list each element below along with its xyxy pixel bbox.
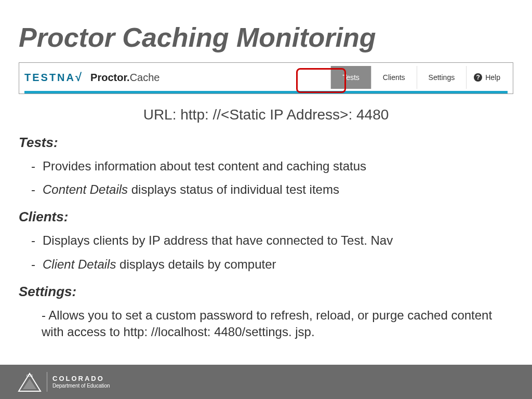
footer-bar: CDE COLORADO Department of Education bbox=[0, 365, 532, 399]
url-text: URL: http: //<Static IP Address>: 4480 bbox=[19, 107, 513, 123]
logo-sub-bold: Proctor. bbox=[90, 72, 130, 83]
cde-logo: CDE COLORADO Department of Education bbox=[18, 371, 110, 392]
clients-bullet-2-rest: displays details by computer bbox=[116, 257, 276, 271]
tab-tests[interactable]: Tests bbox=[330, 66, 371, 89]
help-label: Help bbox=[485, 73, 500, 82]
tab-tests-label: Tests bbox=[342, 73, 360, 82]
clients-bullet-2: Client Details displays details by compu… bbox=[31, 256, 513, 272]
tests-bullets: Provides information about test content … bbox=[31, 158, 513, 197]
page-title: Proctor Caching Monitoring bbox=[19, 0, 513, 53]
tests-bullet-2-italic: Content Details bbox=[43, 182, 128, 196]
proctorcache-toolbar: TESTNA√ Proctor.Cache Tests Clients Sett… bbox=[19, 62, 513, 94]
tests-bullet-2-rest: displays status of individual test items bbox=[128, 182, 339, 196]
divider-line bbox=[24, 91, 508, 94]
footer-divider bbox=[47, 372, 47, 392]
badge-text: CDE bbox=[26, 374, 33, 377]
section-settings-heading: Settings: bbox=[19, 284, 513, 300]
tab-settings-label: Settings bbox=[429, 73, 455, 82]
section-tests-heading: Tests: bbox=[19, 135, 513, 151]
footer-state: COLORADO bbox=[52, 375, 110, 383]
proctorcache-label: Proctor.Cache bbox=[90, 72, 159, 84]
mountain-icon: CDE bbox=[18, 371, 42, 392]
tab-clients[interactable]: Clients bbox=[371, 66, 417, 89]
clients-bullet-1: Displays clients by IP address that have… bbox=[31, 232, 513, 248]
clients-bullet-2-italic: Client Details bbox=[43, 257, 116, 271]
tab-settings[interactable]: Settings bbox=[417, 66, 467, 89]
settings-body: - Allows you to set a custom password to… bbox=[42, 307, 513, 341]
check-icon: √ bbox=[75, 71, 83, 84]
tests-bullet-1: Provides information about test content … bbox=[31, 158, 513, 174]
nav-tabs: Tests Clients Settings bbox=[330, 66, 467, 89]
footer-dept: Department of Education bbox=[52, 383, 110, 389]
logo-sub-thin: Cache bbox=[130, 72, 160, 83]
tests-bullet-2: Content Details displays status of indiv… bbox=[31, 181, 513, 197]
tab-clients-label: Clients bbox=[383, 73, 405, 82]
help-link[interactable]: ? Help bbox=[467, 73, 508, 82]
clients-bullets: Displays clients by IP address that have… bbox=[31, 232, 513, 272]
help-icon: ? bbox=[474, 73, 482, 82]
logo-text: TESTNA bbox=[24, 72, 75, 84]
cde-text: COLORADO Department of Education bbox=[52, 375, 110, 389]
testnav-logo: TESTNA√ bbox=[24, 71, 83, 84]
section-clients-heading: Clients: bbox=[19, 209, 513, 225]
